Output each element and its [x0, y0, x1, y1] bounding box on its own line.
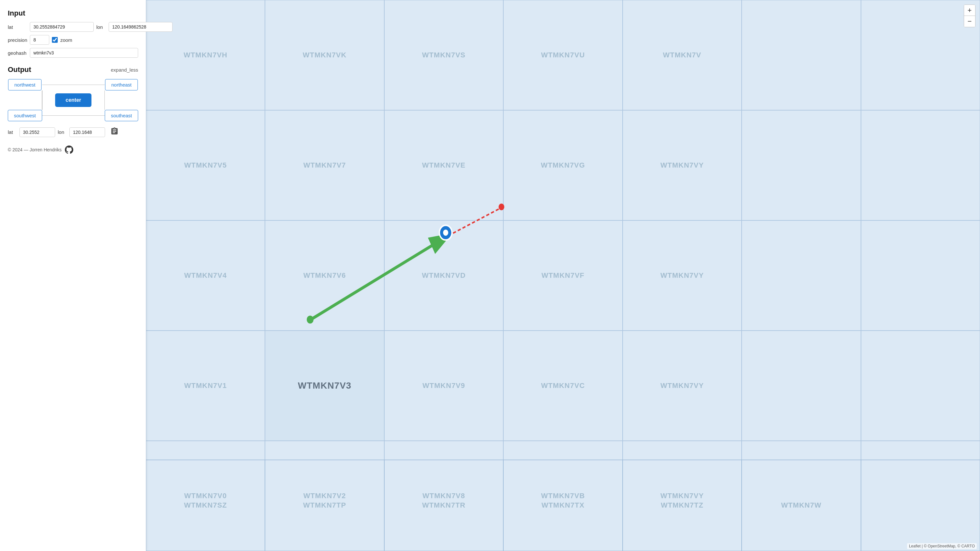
lat-lon-row: lat lon	[8, 22, 138, 32]
geohash-input[interactable]	[30, 48, 138, 58]
footer-text: © 2024 — Jorren Hendriks	[8, 147, 62, 152]
assignment-button[interactable]	[108, 127, 121, 137]
zoom-in-button[interactable]: +	[964, 5, 975, 16]
geohash-label: geohash	[8, 50, 27, 56]
expand-less-button[interactable]: expand_less	[111, 67, 138, 73]
output-coords-row: lat lon	[8, 127, 138, 137]
map-area[interactable]: WTMKN7VH WTMKN7VK WTMKN7VS WTMKN7VU WTMK…	[146, 0, 980, 551]
precision-input[interactable]	[30, 35, 49, 45]
zoom-label: zoom	[60, 37, 72, 43]
precision-row: precision zoom	[8, 35, 138, 45]
zoom-out-button[interactable]: −	[964, 16, 975, 27]
sidebar: Input lat lon precision zoom geohash Out…	[0, 0, 146, 551]
v-line-right	[104, 91, 105, 110]
v-line-left	[42, 91, 43, 110]
lon-label: lon	[96, 24, 106, 30]
out-lat-input[interactable]	[19, 127, 55, 137]
map-svg-overlay	[146, 0, 980, 551]
github-icon[interactable]	[65, 146, 73, 154]
northwest-button[interactable]: northwest	[8, 79, 41, 91]
output-title: Output	[8, 65, 31, 74]
out-lon-input[interactable]	[69, 127, 105, 137]
zoom-controls: + −	[964, 5, 975, 27]
direction-grid: northwest northeast center southwest sou…	[8, 79, 138, 121]
svg-point-5	[307, 316, 313, 324]
footer: © 2024 — Jorren Hendriks	[8, 146, 138, 154]
leaflet-text: Leaflet | © OpenStreetMap, © CARTO	[909, 544, 975, 548]
h-line-top	[42, 84, 105, 85]
geohash-row: geohash	[8, 48, 138, 58]
zoom-checkbox[interactable]	[52, 37, 58, 43]
lat-input[interactable]	[30, 22, 94, 32]
southwest-button[interactable]: southwest	[8, 110, 42, 121]
assignment-icon	[110, 127, 119, 135]
southeast-button[interactable]: southeast	[105, 110, 138, 121]
out-lon-label: lon	[58, 129, 67, 135]
center-button[interactable]: center	[55, 93, 91, 107]
svg-point-4	[498, 203, 504, 210]
lon-input[interactable]	[109, 22, 172, 32]
out-lat-label: lat	[8, 129, 17, 135]
svg-line-1	[448, 208, 500, 236]
attribution: Leaflet | © OpenStreetMap, © CARTO	[907, 543, 977, 549]
h-line-bottom	[42, 115, 105, 116]
precision-label: precision	[8, 37, 27, 43]
svg-point-3	[443, 229, 448, 236]
input-title: Input	[8, 9, 138, 17]
output-header: Output expand_less	[8, 65, 138, 74]
lat-label: lat	[8, 24, 27, 30]
northeast-button[interactable]: northeast	[105, 79, 138, 91]
svg-line-0	[313, 239, 443, 319]
